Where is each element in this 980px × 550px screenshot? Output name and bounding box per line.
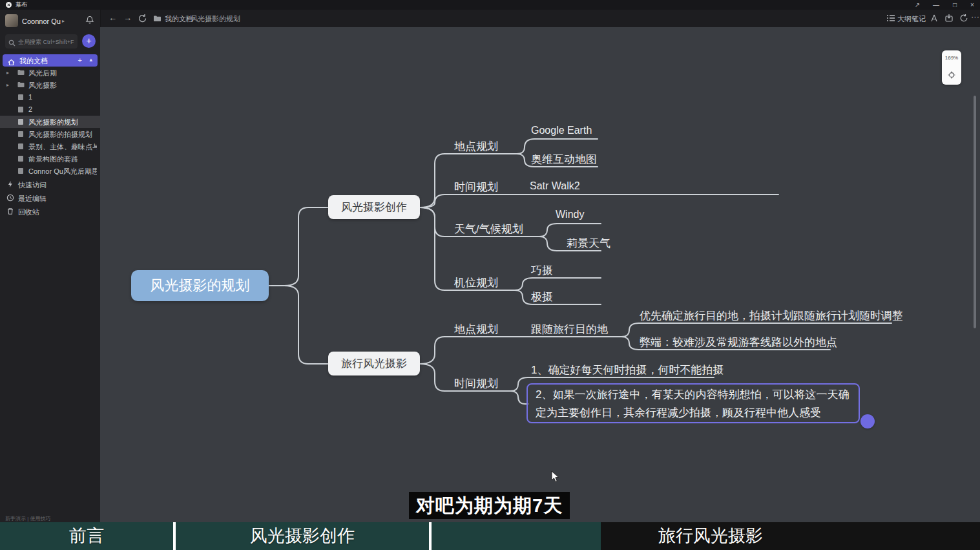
app-name: 幕布 [16, 1, 27, 9]
export-icon[interactable] [944, 14, 954, 23]
mindmap-node[interactable]: 莉景天气 [567, 236, 610, 251]
sidebar-item-doc-selected[interactable]: 风光摄影的规划 [0, 116, 100, 128]
mindmap-node[interactable]: 弊端：较难涉及常规游客线路以外的地点 [640, 335, 837, 350]
mindmap-node[interactable]: 极摄 [531, 290, 553, 304]
folder-icon [153, 15, 163, 25]
lightning-icon [6, 180, 14, 188]
mindmap-node[interactable]: 优先确定旅行目的地，拍摄计划跟随旅行计划随时调整 [640, 308, 903, 323]
mindmap-node[interactable]: Windy [556, 209, 584, 220]
sidebar-item-doc[interactable]: Connor Qu风光后期思维导图 [0, 165, 100, 177]
app-logo-icon [6, 2, 12, 8]
home-icon [8, 57, 15, 64]
zoom-level: 169% [942, 55, 961, 61]
zoom-panel[interactable]: 169% [942, 50, 961, 85]
avatar[interactable] [5, 14, 18, 27]
doc-icon [17, 167, 25, 175]
search-icon [8, 37, 16, 45]
back-button[interactable]: ← [109, 13, 117, 23]
chapter-tab-intro[interactable]: 前言 [0, 522, 173, 550]
user-name[interactable]: Coonnor Qu [22, 17, 61, 25]
sidebar-item-doc[interactable]: 2 [0, 103, 100, 116]
trash-icon [6, 207, 14, 215]
user-caret-icon: ▸ [62, 18, 65, 24]
refresh-icon[interactable] [138, 14, 147, 23]
mindmap-node[interactable]: Google Earth [531, 125, 592, 136]
locate-center-icon[interactable] [948, 70, 955, 78]
bell-icon[interactable] [85, 16, 94, 25]
sidebar-item-quick-access[interactable]: 快速访问 [0, 178, 100, 191]
folder-icon [17, 81, 25, 89]
sidebar-item-trash[interactable]: 回收站 [0, 206, 100, 218]
folder-icon [17, 69, 25, 76]
pin-window-icon[interactable]: ↗ [911, 0, 924, 10]
sync-icon[interactable] [959, 14, 969, 23]
my-docs-label: 我的文档 [19, 56, 48, 66]
title-bar: 幕布 ↗ — □ × [0, 0, 980, 10]
caret-right-icon[interactable]: ▸ [6, 70, 9, 76]
add-doc-icon[interactable]: + [78, 56, 82, 64]
mindmap-root-node[interactable]: 风光摄影的规划 [131, 270, 269, 301]
sidebar-item-doc[interactable]: 前景构图的套路 [0, 153, 100, 165]
new-doc-button[interactable]: + [82, 34, 96, 48]
doc-icon [17, 94, 25, 101]
mindmap-node[interactable]: 机位规划 [454, 275, 498, 290]
mindmap-node[interactable]: 天气/气候规划 [454, 222, 523, 237]
search-placeholder: 全局搜索 Ctrl+Shift+F [18, 38, 74, 47]
mindmap-node[interactable]: 1、确定好每天何时拍摄，何时不能拍摄 [531, 363, 724, 377]
maximize-button[interactable]: □ [948, 0, 961, 10]
app-window: 幕布 ↗ — □ × ← → 我的文档 | 风光摄影的规划 大纲笔记 ··· [0, 0, 980, 550]
my-docs-header[interactable]: 我的文档 + ▴ [3, 54, 98, 67]
sidebar-item-doc[interactable]: 风光摄影的拍摄规划 [0, 128, 100, 140]
mouse-cursor [551, 471, 560, 483]
mindmap-node[interactable]: 地点规划 [454, 322, 498, 337]
doc-icon [17, 143, 25, 150]
mindmap-branch-creation[interactable]: 风光摄影创作 [328, 195, 420, 219]
sidebar-item-doc[interactable]: 1 [0, 91, 100, 103]
chapter-bar: 前言 风光摄影创作 旅行风光摄影 [0, 522, 980, 550]
video-subtitle: 对吧为期为期7天 [409, 492, 570, 519]
chapter-tab-empty[interactable] [432, 522, 601, 550]
outline-list-icon[interactable] [887, 15, 897, 25]
breadcrumb-divider: | [185, 14, 187, 22]
mindmap-node[interactable]: 时间规划 [454, 376, 498, 391]
outline-toggle-label[interactable]: 大纲笔记 [897, 14, 926, 24]
clock-icon [6, 194, 14, 202]
collapse-icon[interactable]: ▴ [89, 56, 92, 63]
mindmap-node[interactable]: Satr Walk2 [530, 180, 580, 192]
sidebar-item-recent[interactable]: 最近编辑 [0, 192, 100, 204]
sidebar: Coonnor Qu ▸ 全局搜索 Ctrl+Shift+F + 我的文档 + … [0, 10, 101, 522]
sidebar-item-doc[interactable]: 景别、主体、趣味点与前景… [0, 140, 100, 153]
breadcrumb-folder[interactable]: 我的文档 [165, 14, 193, 24]
chapter-tab-creation[interactable]: 风光摄影创作 [176, 522, 429, 550]
forward-button[interactable]: → [123, 13, 132, 23]
global-search-input[interactable]: 全局搜索 Ctrl+Shift+F [5, 34, 78, 48]
close-button[interactable]: × [966, 0, 979, 10]
format-icon[interactable] [930, 14, 939, 23]
mindmap-node[interactable]: 时间规划 [454, 180, 498, 195]
mindmap-node[interactable]: 奥维互动地图 [531, 152, 597, 167]
mindmap-canvas[interactable]: 风光摄影的规划 风光摄影创作 旅行风光摄影 地点规划 Google Earth … [100, 27, 980, 522]
caret-right-icon[interactable]: ▸ [6, 82, 9, 88]
add-child-node-button[interactable] [860, 414, 875, 428]
mindmap-node[interactable]: 巧摄 [531, 263, 553, 278]
doc-icon [17, 131, 25, 138]
editor-toolbar: ← → 我的文档 | 风光摄影的规划 大纲笔记 ··· [100, 10, 980, 28]
mindmap-branch-travel[interactable]: 旅行风光摄影 [328, 352, 420, 375]
chapter-tab-travel[interactable]: 旅行风光摄影 [601, 522, 820, 550]
mindmap-node[interactable]: 跟随旅行目的地 [531, 322, 608, 337]
breadcrumb-doc-title: 风光摄影的规划 [191, 14, 240, 24]
more-menu-icon[interactable]: ··· [971, 12, 979, 21]
sidebar-footer-hint[interactable]: 新手演示 | 使用技巧 [5, 515, 51, 522]
sidebar-item-folder-1[interactable]: ▸ 风光后期 [0, 67, 100, 79]
mindmap-node-selected[interactable]: 2、如果一次旅行途中，有某天的内容特别想怕，可以将这一天确定为主要创作日，其余行… [526, 383, 860, 423]
minimize-button[interactable]: — [930, 0, 943, 10]
sidebar-item-folder-2[interactable]: ▸ 风光摄影 [0, 79, 100, 91]
doc-icon [17, 118, 25, 125]
canvas-scrollbar[interactable] [974, 96, 976, 328]
doc-icon [17, 106, 25, 113]
mindmap-node[interactable]: 地点规划 [454, 139, 498, 154]
doc-icon [17, 155, 25, 162]
